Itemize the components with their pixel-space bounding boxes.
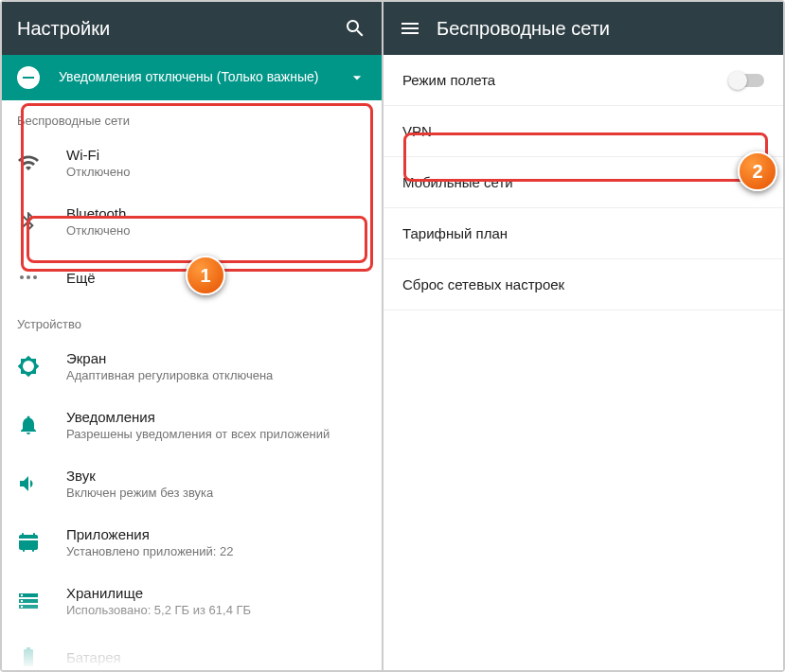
header-title-right: Беспроводные сети	[437, 18, 768, 40]
banner-text: Уведомления отключены (Только важные)	[59, 68, 348, 87]
minus-icon	[17, 66, 40, 89]
storage-title: Хранилище	[66, 585, 366, 601]
wifi-title: Wi-Fi	[66, 147, 366, 163]
airplane-toggle[interactable]	[730, 74, 764, 87]
item-wifi[interactable]: Wi-Fi Отключено	[2, 133, 382, 192]
header-title: Настройки	[17, 18, 344, 40]
mobile-label: Мобильные сети	[402, 174, 764, 190]
notif-title: Уведомления	[66, 409, 366, 425]
bluetooth-icon	[17, 210, 40, 233]
search-icon[interactable]	[344, 17, 366, 40]
sound-icon	[17, 472, 40, 495]
item-storage[interactable]: Хранилище Использовано: 5,2 ГБ из 61,4 Г…	[2, 572, 382, 630]
svg-point-2	[33, 275, 37, 279]
item-vpn[interactable]: VPN	[384, 106, 783, 157]
wireless-pane: Беспроводные сети Режим полета VPN Мобил…	[384, 2, 783, 670]
display-title: Экран	[66, 350, 366, 366]
more-icon	[17, 266, 40, 289]
item-notifications[interactable]: Уведомления Разрешены уведомления от все…	[2, 396, 382, 454]
section-wireless: Беспроводные сети	[2, 100, 382, 133]
item-data-plan[interactable]: Тарифный план	[384, 208, 783, 259]
item-sound[interactable]: Звук Включен режим без звука	[2, 454, 382, 513]
settings-pane: Настройки Уведомления отключены (Только …	[2, 2, 384, 670]
chevron-down-icon	[348, 68, 366, 87]
header-left: Настройки	[2, 2, 382, 55]
airplane-label: Режим полета	[402, 72, 730, 88]
display-sub: Адаптивная регулировка отключена	[66, 368, 366, 382]
bluetooth-title: Bluetooth	[66, 205, 366, 221]
sound-title: Звук	[66, 468, 366, 484]
item-battery[interactable]: Батарея	[2, 630, 382, 670]
bluetooth-sub: Отключено	[66, 223, 366, 238]
step-marker-2: 2	[738, 151, 777, 191]
notif-sub: Разрешены уведомления от всех приложений	[66, 427, 366, 441]
wifi-icon	[17, 151, 40, 174]
section-device: Устройство	[2, 304, 382, 337]
battery-title: Батарея	[66, 649, 366, 665]
bell-icon	[17, 414, 40, 436]
storage-icon	[17, 590, 40, 612]
plan-label: Тарифный план	[402, 225, 764, 241]
sound-sub: Включен режим без звука	[66, 486, 366, 500]
apps-title: Приложения	[66, 526, 366, 542]
apps-sub: Установлено приложений: 22	[66, 544, 366, 558]
step-marker-1: 1	[186, 256, 225, 295]
svg-point-1	[27, 275, 30, 279]
wifi-sub: Отключено	[66, 165, 366, 179]
notification-banner[interactable]: Уведомления отключены (Только важные)	[2, 55, 382, 100]
svg-point-0	[20, 275, 24, 279]
menu-icon[interactable]	[399, 17, 421, 40]
storage-sub: Использовано: 5,2 ГБ из 61,4 ГБ	[66, 603, 366, 617]
item-bluetooth[interactable]: Bluetooth Отключено	[2, 192, 382, 251]
apps-icon	[17, 531, 40, 554]
brightness-icon	[17, 355, 40, 378]
vpn-label: VPN	[402, 123, 764, 139]
item-display[interactable]: Экран Адаптивная регулировка отключена	[2, 337, 382, 396]
item-airplane[interactable]: Режим полета	[384, 55, 783, 106]
reset-label: Сброс сетевых настроек	[402, 276, 764, 292]
battery-icon	[17, 645, 40, 668]
header-right: Беспроводные сети	[384, 2, 783, 55]
item-mobile-networks[interactable]: Мобильные сети	[384, 157, 783, 208]
item-apps[interactable]: Приложения Установлено приложений: 22	[2, 513, 382, 572]
item-network-reset[interactable]: Сброс сетевых настроек	[384, 259, 783, 310]
